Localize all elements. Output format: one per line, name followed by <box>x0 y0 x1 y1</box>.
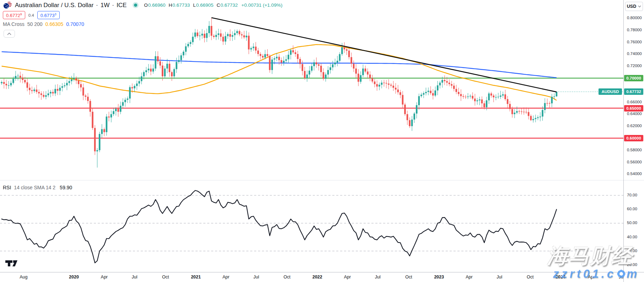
collapse-legend-button[interactable] <box>4 30 15 38</box>
watermark-domain-prefix: zzrt01.c <box>553 267 616 281</box>
rsi-axis-label: 60.00 <box>627 207 637 211</box>
interval-label: 1W <box>101 2 110 9</box>
time-axis-month-label: Jul <box>375 275 381 280</box>
watermark-title: 海马财经 <box>547 242 633 270</box>
time-axis-month-label: Apr <box>222 275 229 280</box>
chevron-up-icon <box>7 33 11 35</box>
time-axis-month-label: Oct <box>162 275 169 280</box>
time-axis-year-label: 2023 <box>434 275 444 280</box>
time-axis-month-label: Oct <box>405 275 412 280</box>
symbol-legend[interactable]: Australian Dollar / U.S. Dollar · 1W · I… <box>3 1 283 9</box>
low-label: L <box>193 2 196 8</box>
watermark-domain-suffix: m <box>627 267 639 281</box>
rsi-value: 59.90 <box>60 185 72 190</box>
ma-cross-legend[interactable]: MA Cross 50 200 0.66305 0.70070 <box>3 21 84 27</box>
exchange-label: ICE <box>117 2 127 9</box>
price-axis-label: 0.62000 <box>627 124 642 128</box>
ohlc-values: O0.66960 H0.67733 L0.66905 C0.67732 +0.0… <box>144 2 282 8</box>
indicator-name: MA Cross <box>3 21 25 27</box>
open-value: 0.66960 <box>148 2 166 8</box>
price-axis[interactable]: 0.800000.780000.760000.740000.720000.680… <box>623 0 644 272</box>
price-axis-label: 0.64000 <box>627 112 642 116</box>
price-axis-label: 0.80000 <box>627 16 642 20</box>
price-axis-label: 0.54000 <box>627 172 642 176</box>
chevron-down-icon <box>638 5 641 7</box>
indicator-params: 50 200 <box>27 21 43 27</box>
tradingview-logo[interactable] <box>5 259 18 269</box>
sell-button[interactable]: 0.67729 <box>3 11 25 19</box>
trading-chart-app: Australian Dollar / U.S. Dollar · 1W · I… <box>0 0 644 282</box>
gear-icon <box>617 269 626 278</box>
price-axis-label: 0.76000 <box>627 40 642 44</box>
rsi-axis-label: 50.00 <box>627 221 637 225</box>
au-flag-icon <box>3 3 9 9</box>
price-axis-label: 0.72000 <box>627 64 642 68</box>
time-axis-month-label: Oct <box>284 275 290 280</box>
time-axis-month-label: Apr <box>466 275 472 280</box>
currency-label: USD <box>627 4 636 9</box>
bid-ask-row: 0.67729 0.4 0.67733 <box>3 11 60 19</box>
price-level-badge: 0.60000 <box>624 135 643 141</box>
ma50-value: 0.66305 <box>45 21 64 27</box>
price-level-badge: 0.70000 <box>624 75 643 81</box>
currency-dropdown[interactable]: USD <box>625 2 643 11</box>
price-chart[interactable] <box>0 0 644 282</box>
rsi-legend[interactable]: RSI 14 close SMA 14 2 59.90 <box>3 185 72 190</box>
symbol-title: Australian Dollar / U.S. Dollar <box>15 2 93 9</box>
rsi-axis-label: 40.00 <box>627 235 637 239</box>
separator: · <box>96 2 98 9</box>
price-axis-label: 0.78000 <box>627 28 642 32</box>
tradingview-logo-icon <box>5 259 18 267</box>
watermark-domain: zzrt01.c m <box>553 267 639 281</box>
close-label: C <box>216 2 220 8</box>
time-axis-month-label: Apr <box>101 275 108 280</box>
time-axis-month-label: Apr <box>344 275 351 280</box>
change-value: +0.00731 (+1.09%) <box>241 2 283 8</box>
time-axis-month-label: Aug <box>20 275 27 280</box>
rsi-params: 14 close SMA 14 2 <box>14 185 55 190</box>
time-axis[interactable]: Aug2020AprJulOct2021AprJulOct2022AprJulO… <box>0 272 623 282</box>
low-value: 0.66905 <box>196 2 214 8</box>
price-axis-label: 0.74000 <box>627 51 642 56</box>
time-axis-year-label: 2021 <box>191 275 201 280</box>
rsi-axis-label: 70.00 <box>627 193 637 197</box>
time-axis-month-label: Oct <box>527 275 533 280</box>
time-axis-year-label: 2020 <box>69 275 79 280</box>
symbol-badge: AUDUSD <box>599 88 622 95</box>
time-axis-month-label: Jul <box>497 275 502 280</box>
open-label: O <box>144 2 148 8</box>
ma200-value: 0.70070 <box>66 21 84 27</box>
price-axis-label: 0.56000 <box>627 160 642 164</box>
high-label: H <box>169 2 172 8</box>
time-axis-month-label: Jul <box>253 275 259 280</box>
last-price-badge: 0.67732 <box>624 88 643 95</box>
price-axis-label: 0.66000 <box>627 100 642 104</box>
rsi-name: RSI <box>3 185 11 190</box>
market-status-dot-icon <box>134 4 137 7</box>
pair-flags-icon <box>3 1 12 9</box>
price-axis-label: 0.58000 <box>627 148 642 152</box>
price-level-badge: 0.65000 <box>624 105 643 112</box>
time-axis-year-label: 2022 <box>312 275 322 280</box>
close-value: 0.67732 <box>220 2 238 8</box>
separator: · <box>112 2 114 9</box>
time-axis-month-label: Jul <box>132 275 138 280</box>
buy-button[interactable]: 0.67733 <box>37 11 60 19</box>
spread-value: 0.4 <box>28 13 34 17</box>
high-value: 0.67733 <box>172 2 190 8</box>
